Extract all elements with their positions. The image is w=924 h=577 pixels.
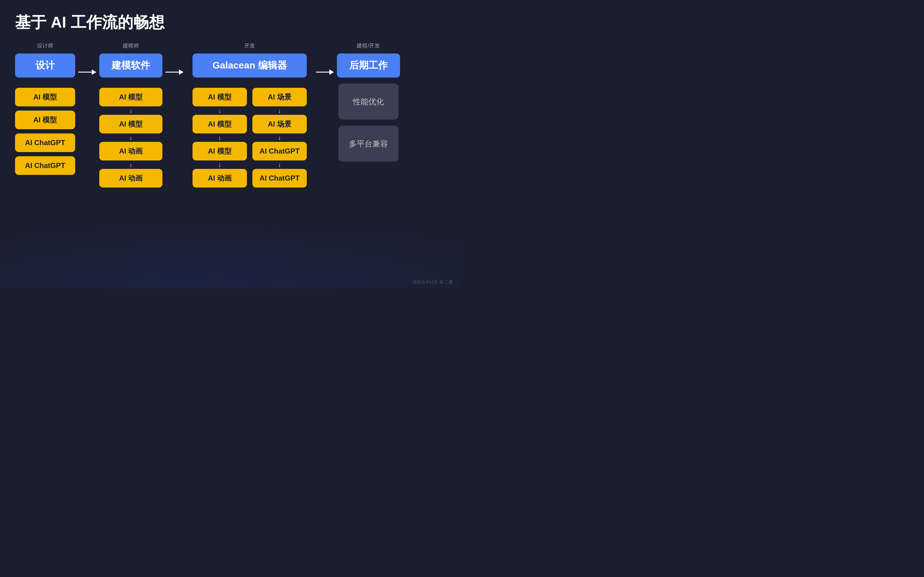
- list-item: AI ChatGPT: [15, 156, 75, 175]
- col-postwork-label: 建模/开发: [357, 42, 380, 49]
- arrow-3: [313, 68, 337, 77]
- col-postwork: 建模/开发 后期工作 性能优化 多平台兼容: [337, 42, 400, 168]
- designer-items: AI 模型 AI 模型 AI ChatGPT AI ChatGPT: [15, 84, 75, 175]
- list-item: AI 模型: [15, 88, 75, 106]
- svg-marker-3: [179, 69, 184, 75]
- list-item: AI 模型: [192, 115, 247, 134]
- list-item: AI 动画: [99, 169, 162, 187]
- arrow-down: ↓: [278, 106, 281, 115]
- svg-marker-5: [330, 69, 334, 75]
- arrow-down: ↓: [218, 134, 221, 142]
- galacean-header: Galacean 编辑器: [192, 53, 307, 77]
- list-item: AI 动画: [99, 142, 162, 161]
- modeler-items: AI 模型 ↓ AI 模型 ↓ AI 动画 ↓ AI 动画: [99, 84, 162, 187]
- footer-credit: 掘金技术社区 @ 二魔: [413, 279, 453, 285]
- modeler-header: 建模软件: [99, 53, 162, 77]
- list-item: AI 模型: [99, 115, 162, 134]
- arrow-1: [75, 68, 99, 77]
- list-item: 多平台兼容: [338, 126, 399, 162]
- list-item: 性能优化: [338, 84, 399, 119]
- workflow: 设计师 设计 AI 模型 AI 模型 AI ChatGPT AI ChatGPT…: [15, 42, 447, 187]
- arrow-down: ↓: [218, 106, 221, 115]
- col-galacean-label: 开发: [244, 42, 255, 49]
- galacean-subcol2: AI 场景 ↓ AI 场景 ↓ AI ChatGPT ↓ AI ChatGPT: [252, 84, 307, 187]
- col-designer: 设计师 设计 AI 模型 AI 模型 AI ChatGPT AI ChatGPT: [15, 42, 75, 175]
- col-modeler: 建模师 建模软件 AI 模型 ↓ AI 模型 ↓ AI 动画 ↓ AI 动画: [99, 42, 162, 187]
- arrow-down: ↓: [278, 161, 281, 169]
- list-item: AI 场景: [252, 88, 307, 106]
- list-item: AI 模型: [192, 88, 247, 106]
- postwork-header: 后期工作: [337, 53, 400, 77]
- designer-header: 设计: [15, 53, 75, 77]
- arrow-down: ↓: [218, 161, 221, 169]
- list-item: AI ChatGPT: [252, 142, 307, 161]
- arrow-down: ↓: [278, 134, 281, 142]
- list-item: AI ChatGPT: [252, 169, 307, 187]
- arrow-down: ↓: [129, 161, 132, 169]
- svg-marker-1: [92, 69, 96, 75]
- galacean-subcol1: AI 模型 ↓ AI 模型 ↓ AI 模型 ↓ AI 动画: [192, 84, 247, 187]
- list-item: AI 动画: [192, 169, 247, 187]
- list-item: AI 模型: [99, 88, 162, 106]
- list-item: AI ChatGPT: [15, 134, 75, 152]
- col-designer-label: 设计师: [37, 42, 53, 49]
- page-title: 基于 AI 工作流的畅想: [15, 12, 447, 33]
- arrow-2: [162, 68, 186, 77]
- arrow-down: ↓: [129, 106, 132, 115]
- arrow-down: ↓: [129, 134, 132, 142]
- list-item: AI 场景: [252, 115, 307, 134]
- col-modeler-label: 建模师: [123, 42, 139, 49]
- galacean-subcols: AI 模型 ↓ AI 模型 ↓ AI 模型 ↓ AI 动画 AI 场景 ↓ AI…: [192, 84, 307, 187]
- col-galacean: 开发 Galacean 编辑器 AI 模型 ↓ AI 模型 ↓ AI 模型 ↓ …: [186, 42, 313, 187]
- list-item: AI 模型: [192, 142, 247, 161]
- list-item: AI 模型: [15, 111, 75, 129]
- postwork-items: 性能优化 多平台兼容: [338, 84, 399, 168]
